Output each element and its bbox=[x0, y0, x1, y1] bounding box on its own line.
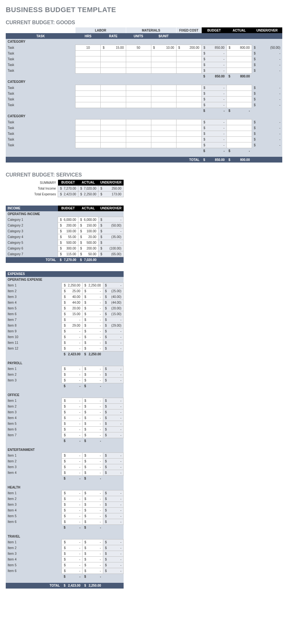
units-cell[interactable] bbox=[126, 142, 151, 148]
item-actual[interactable]: - bbox=[82, 557, 103, 562]
item-actual[interactable]: - bbox=[82, 294, 103, 300]
item-actual[interactable]: - bbox=[82, 508, 103, 513]
actual-cell[interactable] bbox=[227, 131, 252, 136]
item-budget[interactable]: 6,000.00 bbox=[58, 217, 78, 223]
item-budget[interactable]: - bbox=[62, 551, 83, 557]
punit-cell[interactable] bbox=[151, 102, 176, 108]
fixed-cell[interactable] bbox=[176, 56, 201, 62]
rate-cell[interactable] bbox=[101, 125, 126, 131]
hrs-cell[interactable] bbox=[76, 131, 101, 136]
rate-cell[interactable]: 15.00 bbox=[101, 45, 126, 50]
item-actual[interactable]: 100.00 bbox=[78, 228, 98, 234]
hrs-cell[interactable]: 10 bbox=[76, 45, 101, 50]
rate-cell[interactable] bbox=[101, 50, 126, 56]
units-cell[interactable] bbox=[126, 50, 151, 56]
item-actual[interactable]: - bbox=[82, 427, 103, 432]
actual-cell[interactable] bbox=[227, 62, 252, 68]
punit-cell[interactable] bbox=[151, 96, 176, 102]
item-actual[interactable]: - bbox=[82, 459, 103, 464]
item-actual[interactable]: 200.00 bbox=[78, 246, 98, 251]
punit-cell[interactable] bbox=[151, 50, 176, 56]
fixed-cell[interactable] bbox=[176, 102, 201, 108]
hrs-cell[interactable] bbox=[76, 119, 101, 125]
hrs-cell[interactable] bbox=[76, 56, 101, 62]
item-budget[interactable]: - bbox=[62, 545, 83, 551]
punit-cell[interactable] bbox=[151, 85, 176, 90]
punit-cell[interactable]: 10.00 bbox=[151, 45, 176, 50]
item-budget[interactable]: - bbox=[62, 409, 83, 415]
item-budget[interactable]: - bbox=[62, 539, 83, 545]
punit-cell[interactable] bbox=[151, 131, 176, 136]
punit-cell[interactable] bbox=[151, 62, 176, 68]
item-budget[interactable]: - bbox=[62, 398, 83, 404]
fixed-cell[interactable] bbox=[176, 119, 201, 125]
hrs-cell[interactable] bbox=[76, 50, 101, 56]
item-budget[interactable]: - bbox=[62, 340, 83, 346]
item-budget[interactable]: 200.00 bbox=[58, 223, 78, 228]
actual-cell[interactable] bbox=[227, 85, 252, 90]
hrs-cell[interactable] bbox=[76, 68, 101, 73]
item-actual[interactable]: - bbox=[82, 329, 103, 334]
item-actual[interactable]: - bbox=[82, 421, 103, 427]
item-actual[interactable]: - bbox=[82, 568, 103, 574]
rate-cell[interactable] bbox=[101, 68, 126, 73]
rate-cell[interactable] bbox=[101, 85, 126, 90]
rate-cell[interactable] bbox=[101, 136, 126, 142]
fixed-cell[interactable] bbox=[176, 136, 201, 142]
fixed-cell[interactable] bbox=[176, 85, 201, 90]
item-actual[interactable]: - bbox=[82, 409, 103, 415]
item-budget[interactable]: - bbox=[62, 432, 83, 438]
units-cell[interactable]: 50 bbox=[126, 45, 151, 50]
item-actual[interactable]: - bbox=[82, 464, 103, 470]
item-budget[interactable]: - bbox=[62, 415, 83, 421]
rate-cell[interactable] bbox=[101, 56, 126, 62]
actual-cell[interactable] bbox=[227, 119, 252, 125]
item-budget[interactable]: 100.00 bbox=[58, 228, 78, 234]
item-actual[interactable]: - bbox=[82, 539, 103, 545]
item-budget[interactable]: - bbox=[62, 346, 83, 351]
item-budget[interactable]: - bbox=[62, 329, 83, 334]
rate-cell[interactable] bbox=[101, 62, 126, 68]
actual-cell[interactable] bbox=[227, 90, 252, 96]
item-budget[interactable]: 44.00 bbox=[62, 300, 83, 306]
item-actual[interactable]: - bbox=[82, 311, 103, 317]
item-budget[interactable]: - bbox=[62, 562, 83, 568]
rate-cell[interactable] bbox=[101, 119, 126, 125]
fixed-cell[interactable] bbox=[176, 142, 201, 148]
fixed-cell[interactable] bbox=[176, 62, 201, 68]
item-actual[interactable]: - bbox=[82, 300, 103, 306]
item-budget[interactable]: - bbox=[62, 490, 83, 496]
item-actual[interactable]: - bbox=[82, 496, 103, 502]
item-actual[interactable]: - bbox=[82, 323, 103, 329]
item-actual[interactable]: - bbox=[82, 366, 103, 372]
item-actual[interactable]: - bbox=[82, 562, 103, 568]
actual-cell[interactable] bbox=[227, 50, 252, 56]
item-actual[interactable]: 50.00 bbox=[78, 251, 98, 257]
hrs-cell[interactable] bbox=[76, 125, 101, 131]
punit-cell[interactable] bbox=[151, 125, 176, 131]
punit-cell[interactable] bbox=[151, 68, 176, 73]
item-actual[interactable]: - bbox=[82, 513, 103, 519]
units-cell[interactable] bbox=[126, 131, 151, 136]
hrs-cell[interactable] bbox=[76, 96, 101, 102]
item-budget[interactable]: 40.00 bbox=[62, 294, 83, 300]
units-cell[interactable] bbox=[126, 119, 151, 125]
item-budget[interactable]: - bbox=[62, 334, 83, 340]
item-actual[interactable]: - bbox=[82, 346, 103, 351]
actual-cell[interactable]: 800.00 bbox=[227, 45, 252, 50]
units-cell[interactable] bbox=[126, 96, 151, 102]
item-actual[interactable]: 20.00 bbox=[78, 234, 98, 240]
actual-cell[interactable] bbox=[227, 142, 252, 148]
units-cell[interactable] bbox=[126, 102, 151, 108]
item-actual[interactable]: - bbox=[82, 490, 103, 496]
units-cell[interactable] bbox=[126, 90, 151, 96]
item-actual[interactable]: - bbox=[82, 404, 103, 409]
item-actual[interactable]: - bbox=[82, 432, 103, 438]
actual-cell[interactable] bbox=[227, 68, 252, 73]
units-cell[interactable] bbox=[126, 125, 151, 131]
item-actual[interactable]: - bbox=[82, 340, 103, 346]
item-budget[interactable]: - bbox=[62, 378, 83, 383]
units-cell[interactable] bbox=[126, 85, 151, 90]
item-budget[interactable]: 2,250.00 bbox=[62, 283, 83, 288]
fixed-cell[interactable] bbox=[176, 50, 201, 56]
